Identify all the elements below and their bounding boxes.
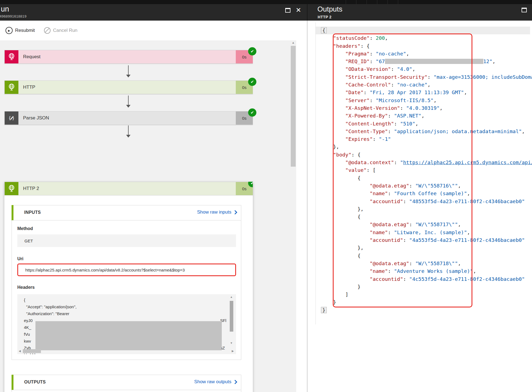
show-raw-inputs-link[interactable]: Show raw inputs [197, 209, 237, 215]
tab-divider [367, 0, 367, 4]
step-title: HTTP 2 [18, 186, 39, 191]
method-field: GET [17, 234, 236, 247]
output-json-code[interactable]: { "statusCode": 200, "headers": { "Pragm… [321, 27, 532, 329]
request-headers-box[interactable]: { "Accept": "application/json", "Authori… [17, 294, 236, 354]
method-label: Method [17, 226, 33, 231]
outputs-panel-header: Outputs HTTP 2 [307, 4, 532, 21]
inputs-section: INPUTS Show raw inputs Method GET Uri ht… [12, 205, 241, 360]
step-card-http2-header[interactable]: HTTP 2 0s ✔ [4, 182, 253, 195]
step-card-http2-expanded: HTTP 2 0s ✔ INPUTS Show raw inputs Metho… [4, 182, 253, 392]
http-globe-icon [5, 81, 18, 94]
canvas-scrollbar-thumb[interactable] [291, 46, 296, 167]
step-title: Parse JSON [18, 115, 49, 121]
scroll-right-icon[interactable]: ▶ [232, 349, 234, 352]
inputs-label: INPUTS [24, 210, 41, 215]
flow-arrow [128, 65, 129, 77]
headers-vscroll-thumb[interactable] [230, 301, 233, 332]
chevron-right-icon [233, 380, 237, 384]
scroll-down-icon[interactable]: ▼ [230, 341, 233, 345]
request-globe-icon [5, 50, 18, 63]
outputs-section: OUTPUTS Show raw outputs Status code 200… [12, 375, 241, 392]
success-check-icon: ✔ [248, 78, 256, 86]
tab-divider [398, 0, 398, 4]
browser-top-strip [0, 0, 532, 4]
chevron-right-icon [233, 210, 237, 214]
cancel-run-button[interactable]: Cancel Run [44, 26, 77, 35]
success-check-icon: ✔ [248, 108, 256, 117]
uri-field: https://alphac25.api.crm5.dynamics.com/a… [17, 264, 236, 276]
run-id: 64968991618819 [0, 14, 26, 18]
maximize-icon[interactable] [522, 8, 527, 12]
close-icon[interactable]: ✕ [296, 6, 301, 14]
headers-label: Headers [17, 285, 35, 290]
show-raw-outputs-link[interactable]: Show raw outputs [194, 379, 237, 385]
redaction-block [35, 321, 222, 350]
step-card-request[interactable]: Request 0s ✔ [4, 50, 253, 64]
tab-divider [377, 0, 377, 4]
step-title: Request [18, 54, 40, 60]
outputs-panel-title: Outputs [317, 5, 342, 13]
tab-divider [356, 0, 356, 4]
headers-hscroll-thumb[interactable] [23, 349, 41, 353]
workflow-canvas: ▲ Request 0s ✔ HTTP 0s ✔ {} Pa [0, 40, 296, 392]
logic-app-run-screen: un 64968991618819 ✕ ▶ Resubmit Cancel Ru… [0, 0, 532, 392]
step-card-parse-json[interactable]: {} Parse JSON 0s ✔ [4, 111, 253, 125]
outputs-panel-subtitle: HTTP 2 [318, 15, 331, 19]
scroll-up-icon[interactable]: ▲ [230, 295, 233, 298]
run-panel-header: un 64968991618819 ✕ [0, 4, 307, 21]
cancel-icon [44, 27, 51, 34]
step-title: HTTP [18, 85, 35, 90]
scroll-left-icon[interactable]: ◀ [19, 349, 21, 352]
outputs-text-border [315, 23, 316, 324]
http-globe-icon [5, 182, 18, 195]
step-card-http[interactable]: HTTP 0s ✔ [4, 80, 253, 94]
parse-json-icon: {} [5, 111, 18, 125]
scroll-up-icon[interactable]: ▲ [291, 41, 296, 44]
resubmit-button[interactable]: ▶ Resubmit [5, 26, 35, 35]
flow-arrow [128, 125, 129, 137]
success-check-icon: ✔ [248, 47, 256, 55]
tab-divider [346, 0, 346, 4]
outputs-label: OUTPUTS [24, 380, 46, 385]
resubmit-icon: ▶ [5, 27, 13, 34]
cancel-run-label: Cancel Run [53, 28, 77, 33]
tab-divider [387, 0, 388, 4]
flow-arrow [128, 96, 129, 107]
resubmit-label: Resubmit [15, 28, 35, 33]
uri-label: Uri [17, 256, 23, 261]
run-toolbar: ▶ Resubmit Cancel Run [0, 21, 307, 40]
maximize-icon[interactable] [285, 8, 290, 13]
run-panel-title: un [1, 5, 9, 13]
